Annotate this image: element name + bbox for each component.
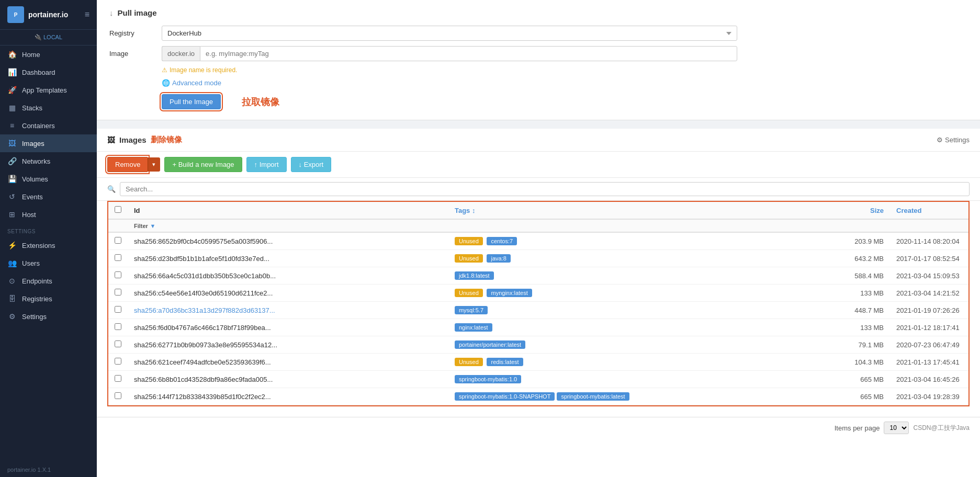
sidebar-item-events[interactable]: ↺ Events	[0, 188, 97, 206]
created-filter-cell	[890, 219, 968, 232]
images-annotation: 删除镜像	[151, 135, 182, 145]
remove-button[interactable]: Remove	[107, 157, 148, 172]
table-row: sha256:a70d36bc331a13d297f882d3d63137...…	[108, 302, 968, 319]
sidebar-item-registries[interactable]: 🗄 Registries	[0, 290, 97, 308]
sidebar-toggle-icon[interactable]: ≡	[85, 10, 89, 19]
export-button[interactable]: ↓ Export	[291, 157, 332, 172]
sidebar-item-settings[interactable]: ⚙ Settings	[0, 308, 97, 325]
unused-badge: Unused	[455, 289, 483, 297]
images-tbody: sha256:8652b9f0cb4c0599575e5a003f5906...…	[108, 232, 968, 405]
row-created: 2021-01-12 18:17:41	[890, 319, 968, 336]
pull-image-title-icon: ↓	[109, 8, 114, 17]
sidebar-item-networks[interactable]: 🔗 Networks	[0, 152, 97, 170]
row-checkbox[interactable]	[115, 306, 121, 313]
select-all-header	[108, 202, 128, 219]
items-per-page-select[interactable]: 10 25 50	[884, 422, 909, 434]
row-id: sha256:f6d0b4767a6c466c178bf718f99bea...	[134, 324, 271, 332]
row-size: 665 MB	[838, 388, 890, 405]
tag-badge: mysql:5.7	[455, 306, 488, 314]
logo-text: portainer.io	[28, 10, 68, 19]
sidebar-item-home[interactable]: 🏠 Home	[0, 46, 97, 63]
sidebar-item-volumes[interactable]: 💾 Volumes	[0, 170, 97, 188]
host-icon: ⊞	[7, 210, 17, 219]
row-size: 133 MB	[838, 285, 890, 302]
sidebar-item-dashboard[interactable]: 📊 Dashboard	[0, 63, 97, 81]
remove-btn-group: Remove ▾	[107, 157, 160, 172]
pull-image-button[interactable]: Pull the Image	[162, 94, 221, 109]
tags-header[interactable]: Tags ↕	[448, 202, 838, 219]
search-icon: 🔍	[107, 185, 116, 193]
unused-badge: Unused	[455, 358, 483, 366]
created-header[interactable]: Created	[890, 202, 968, 219]
registries-icon: 🗄	[7, 294, 17, 303]
row-checkbox[interactable]	[115, 375, 121, 382]
row-id: sha256:d23bdf5b1b1b1afce5f1d0fd33e7ed...	[134, 255, 269, 263]
filter-icon[interactable]: ▼	[150, 223, 156, 229]
row-checkbox[interactable]	[115, 340, 121, 347]
advanced-mode-link[interactable]: 🌐 Advanced mode	[162, 79, 967, 87]
sidebar-item-images[interactable]: 🖼 Images	[0, 134, 97, 152]
tag-badge: nginx:latest	[455, 323, 492, 332]
select-all-checkbox[interactable]	[115, 206, 121, 213]
images-table: Id Tags ↕ Size Created	[108, 202, 968, 405]
row-created: 2021-03-04 14:21:52	[890, 285, 968, 302]
row-checkbox[interactable]	[115, 237, 121, 244]
row-id: sha256:144f712b83384339b85d1f0c2f2ec2...	[134, 393, 271, 401]
row-size: 133 MB	[838, 319, 890, 336]
images-section: 🖼 Images 删除镜像 ⚙ Settings Remove ▾ + Buil…	[97, 129, 980, 477]
sidebar-item-host[interactable]: ⊞ Host	[0, 206, 97, 223]
row-created: 2021-03-04 15:09:53	[890, 267, 968, 285]
sidebar-item-users[interactable]: 👥 Users	[0, 254, 97, 272]
remove-caret-button[interactable]: ▾	[148, 157, 160, 172]
events-icon: ↺	[7, 192, 17, 201]
row-checkbox[interactable]	[115, 358, 121, 365]
table-row: sha256:8652b9f0cb4c0599575e5a003f5906...…	[108, 232, 968, 250]
sidebar-item-endpoints[interactable]: ⊙ Endpoints	[0, 272, 97, 290]
tag-badge: java:8	[487, 254, 510, 263]
id-filter-cell: Filter ▼	[128, 219, 448, 232]
sidebar-item-app-templates[interactable]: 🚀 App Templates	[0, 81, 97, 99]
row-checkbox[interactable]	[115, 392, 121, 399]
filter-row: Filter ▼	[108, 219, 968, 232]
sidebar-item-stacks[interactable]: ▦ Stacks	[0, 99, 97, 117]
row-size: 588.4 MB	[838, 267, 890, 285]
images-toolbar: Remove ▾ + Build a new Image ↑ Import ↓ …	[97, 152, 980, 178]
import-button[interactable]: ↑ Import	[246, 157, 287, 172]
row-created: 2021-01-19 07:26:26	[890, 302, 968, 319]
row-checkbox[interactable]	[115, 271, 121, 278]
row-checkbox[interactable]	[115, 289, 121, 296]
page-info: CSDN@工技学Java	[913, 424, 970, 433]
row-id: sha256:8652b9f0cb4c0599575e5a003f5906...	[134, 237, 273, 245]
volumes-icon: 💾	[7, 175, 17, 183]
row-id: sha256:6b8b01cd43528dbf9a86ec9fada005...	[134, 376, 273, 383]
tag-badge: portainer/portainer:latest	[455, 340, 525, 349]
table-row: sha256:144f712b83384339b85d1f0c2f2ec2...…	[108, 388, 968, 405]
unused-badge: Unused	[455, 254, 483, 263]
tag-badge: springboot-mybatis:1.0	[455, 375, 521, 383]
row-created: 2020-11-14 08:20:04	[890, 232, 968, 250]
row-checkbox[interactable]	[115, 323, 121, 330]
build-image-button[interactable]: + Build a new Image	[164, 157, 242, 172]
table-header-row: Id Tags ↕ Size Created	[108, 202, 968, 219]
sidebar-item-containers[interactable]: ≡ Containers	[0, 117, 97, 134]
images-settings-link[interactable]: ⚙ Settings	[937, 136, 970, 144]
row-size: 448.7 MB	[838, 302, 890, 319]
row-created: 2021-03-04 19:28:39	[890, 388, 968, 405]
app-templates-icon: 🚀	[7, 86, 17, 94]
image-input[interactable]	[200, 46, 737, 61]
filter-spacer	[108, 219, 128, 232]
registry-select[interactable]: DockerHub	[162, 26, 737, 41]
tags-filter-cell	[448, 219, 838, 232]
stacks-icon: ▦	[7, 104, 17, 112]
pull-annotation: 拉取镜像	[242, 96, 279, 108]
sidebar-item-extensions[interactable]: ⚡ Extensions	[0, 236, 97, 254]
tag-badge: springboot-mybatis:1.0-SNAPSHOT	[455, 392, 555, 401]
settings-icon: ⚙	[7, 312, 17, 321]
row-checkbox[interactable]	[115, 254, 121, 261]
size-header[interactable]: Size	[838, 202, 890, 219]
search-input[interactable]	[120, 182, 970, 196]
row-size: 643.2 MB	[838, 250, 890, 267]
unused-badge: Unused	[455, 237, 483, 245]
row-id-link[interactable]: sha256:a70d36bc331a13d297f882d3d63137...	[134, 306, 275, 314]
row-id: sha256:62771b0b9b0973a3e8e95595534a12...	[134, 341, 277, 349]
